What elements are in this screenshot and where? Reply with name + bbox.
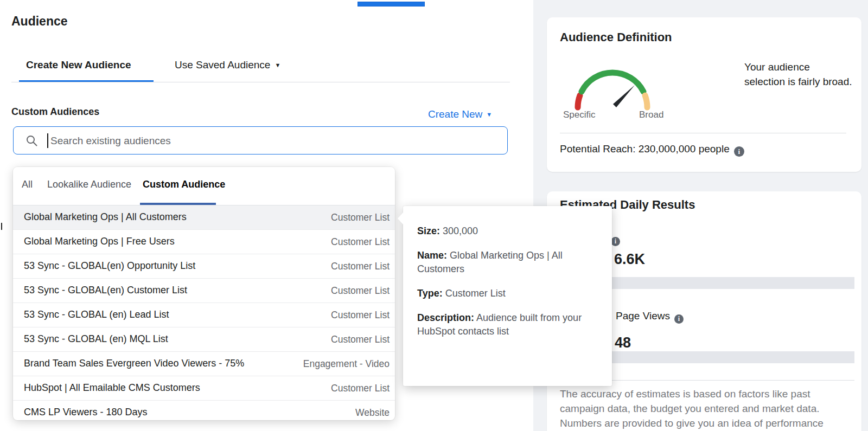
audience-row[interactable]: Global Marketing Ops | All Customers Cus… (13, 205, 395, 229)
potential-reach-line: Potential Reach: 230,000,000 peoplei (560, 143, 744, 157)
gauge-needle (613, 85, 635, 107)
top-nav-active-tab-indicator (358, 2, 425, 7)
custom-audiences-label: Custom Audiences (11, 106, 99, 118)
audience-type: Customer List (331, 285, 390, 297)
audience-name: CMS LP Viewers - 180 Days (24, 407, 147, 418)
audience-type: Engagement - Video (303, 358, 390, 370)
card-divider (560, 133, 846, 133)
estimated-reach-value: 6.6K (614, 251, 645, 268)
create-new-link-label: Create New (428, 108, 482, 120)
audience-type: Customer List (331, 383, 390, 394)
ads-manager-audience-screen: Audience Create New Audience Use Saved A… (0, 0, 868, 431)
chevron-down-icon: ▼ (486, 111, 492, 118)
gauge-arc-specific (578, 95, 580, 107)
info-icon[interactable]: i (611, 237, 620, 246)
audience-dropdown-panel: All Lookalike Audience Custom Audience G… (13, 167, 395, 420)
tabs-divider (11, 82, 510, 82)
audience-type: Customer List (331, 310, 390, 321)
audience-name: Global Marketing Ops | Free Users (24, 236, 175, 247)
page-title: Audience (11, 14, 68, 29)
tooltip-type-value: Customer List (445, 288, 506, 299)
audience-name: Global Marketing Ops | All Customers (24, 211, 187, 223)
gauge-arc-broad (645, 95, 647, 107)
audience-definition-title: Audience Definition (560, 30, 672, 44)
tab-use-saved-audience[interactable]: Use Saved Audience▼ (175, 59, 280, 71)
audience-row[interactable]: Global Marketing Ops | Free Users Custom… (13, 229, 395, 254)
info-icon[interactable]: i (734, 146, 744, 157)
audience-name: 53 Sync - GLOBAL(en) Customer List (24, 285, 187, 296)
tooltip-name-label: Name: (417, 250, 447, 261)
audience-type: Customer List (331, 334, 390, 345)
audience-row[interactable]: 53 Sync - GLOBAL(en) Customer List Custo… (13, 278, 395, 303)
search-icon (25, 134, 39, 150)
audience-name: 53 Sync - GLOBAL (en) Lead List (24, 309, 169, 320)
gauge-arc-middle (582, 73, 643, 92)
tooltip-size-line: Size: 300,000 (417, 224, 586, 238)
audience-search-box[interactable] (13, 126, 508, 155)
tooltip-description-label: Description: (417, 312, 474, 323)
audience-definition-card: Audience Definition Specific Broad Your … (547, 17, 861, 172)
dropdown-tab-all[interactable]: All (22, 179, 33, 190)
audience-row[interactable]: Brand Team Sales Evergreen Video Viewers… (13, 351, 395, 376)
audience-row[interactable]: HubSpot | All Emailable CMS Customers Cu… (13, 376, 395, 400)
audience-name: HubSpot | All Emailable CMS Customers (24, 382, 200, 394)
audience-name: Brand Team Sales Evergreen Video Viewers… (24, 358, 244, 369)
tab-use-saved-audience-label: Use Saved Audience (175, 59, 270, 70)
gauge-label-specific: Specific (563, 110, 596, 120)
page-views-line: Page Viewsi (616, 310, 684, 324)
audience-name: 53 Sync - GLOBAL(en) Opportunity List (24, 260, 195, 272)
create-new-link[interactable]: Create New▼ (428, 108, 492, 120)
audience-definition-description: Your audience selection is fairly broad. (744, 60, 853, 89)
audience-name: 53 Sync - GLOBAL (en) MQL List (24, 333, 168, 345)
audience-row[interactable]: CMS LP Viewers - 180 Days Website (13, 400, 395, 424)
search-input[interactable] (49, 127, 486, 155)
dropdown-tab-custom-audience[interactable]: Custom Audience (143, 179, 225, 190)
page-views-label: Page Views (616, 310, 670, 321)
tooltip-size-label: Size: (417, 226, 440, 236)
estimates-disclaimer: The accuracy of estimates is based on fa… (560, 387, 831, 430)
audience-type: Customer List (331, 236, 390, 248)
audience-hover-tooltip: Size: 300,000 Name: Global Marketing Ops… (403, 206, 612, 386)
tooltip-type-label: Type: (417, 288, 443, 299)
tooltip-name-line: Name: Global Marketing Ops | All Custome… (417, 249, 586, 276)
stray-text-caret (1, 223, 2, 230)
dropdown-tab-lookalike-audience[interactable]: Lookalike Audience (47, 179, 131, 190)
tab-create-new-audience[interactable]: Create New Audience (26, 59, 131, 71)
page-views-value: 48 (615, 334, 631, 351)
audience-type: Website (355, 407, 390, 419)
audience-type: Customer List (331, 261, 390, 272)
tooltip-type-line: Type: Customer List (417, 287, 586, 300)
tooltip-description-line: Description: Audience built from your Hu… (417, 311, 586, 338)
text-cursor (47, 133, 48, 148)
audience-list: Global Marketing Ops | All Customers Cus… (13, 205, 395, 424)
info-icon[interactable]: i (674, 314, 684, 324)
chevron-down-icon: ▼ (275, 62, 280, 68)
audience-gauge (566, 60, 659, 114)
audience-row[interactable]: 53 Sync - GLOBAL(en) Opportunity List Cu… (13, 254, 395, 278)
tooltip-arrow-icon (398, 213, 403, 224)
tooltip-size-value: 300,000 (443, 226, 478, 236)
audience-row[interactable]: 53 Sync - GLOBAL (en) Lead List Customer… (13, 303, 395, 327)
gauge-label-broad: Broad (639, 110, 663, 120)
audience-row[interactable]: 53 Sync - GLOBAL (en) MQL List Customer … (13, 327, 395, 351)
potential-reach-text: Potential Reach: 230,000,000 people (560, 143, 730, 155)
audience-type: Customer List (331, 212, 390, 223)
